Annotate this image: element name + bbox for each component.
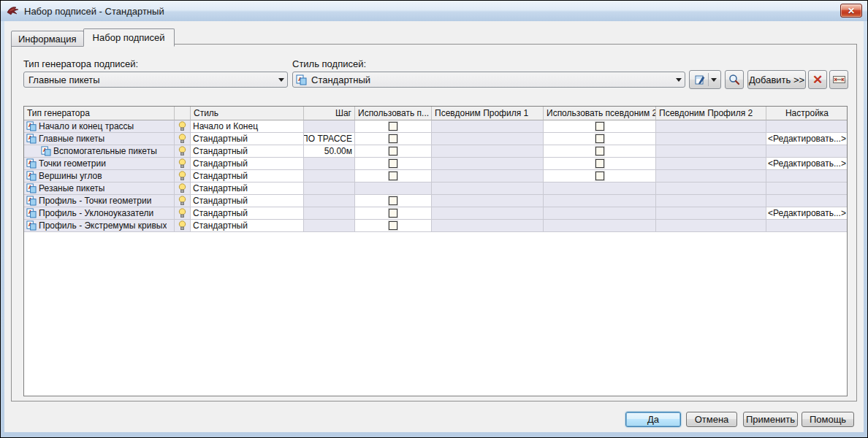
edit-style-split-button[interactable] [689, 70, 721, 89]
visibility-toggle-cell[interactable] [175, 220, 191, 232]
step-cell[interactable]: ПО ТРАССЕ [304, 133, 355, 145]
profile-alias1-cell [432, 120, 544, 133]
chevron-down-icon[interactable] [275, 72, 287, 87]
visibility-toggle-cell[interactable] [175, 170, 191, 182]
column-header[interactable]: Псевдоним Профиля 1 [432, 107, 544, 120]
use-label-cell[interactable] [355, 170, 432, 182]
column-header[interactable]: Тип генератора [24, 107, 175, 120]
add-button[interactable]: Добавить >> [747, 70, 806, 89]
generator-type-cell[interactable]: AВершины углов [24, 170, 175, 182]
style-cell[interactable]: Стандартный [191, 220, 304, 232]
use-alias2-checkbox[interactable] [595, 134, 604, 143]
delete-button[interactable]: ✕ [808, 70, 827, 89]
generator-type-combobox[interactable]: Главные пикеты [23, 72, 288, 88]
visibility-toggle-cell[interactable] [175, 195, 191, 207]
use-label-cell[interactable] [355, 120, 432, 133]
style-cell[interactable]: Стандартный [191, 195, 304, 207]
style-cell[interactable]: Стандартный [191, 133, 304, 145]
generator-type-cell[interactable]: AВспомогательные пикеты [24, 145, 175, 158]
use-alias2-cell[interactable] [544, 170, 656, 182]
tab-label-set[interactable]: Набор подписей [83, 28, 175, 47]
profile-alias1-cell [432, 207, 544, 220]
settings-cell[interactable]: <Редактировать...> [766, 207, 848, 220]
cancel-button[interactable]: Отмена [686, 412, 737, 427]
style-cell[interactable]: Стандартный [191, 145, 304, 158]
use-label-checkbox[interactable] [389, 209, 397, 218]
use-label-cell[interactable] [355, 207, 432, 220]
title-bar[interactable]: Набор подписей - Стандартный ✕ [1, 1, 867, 21]
use-label-checkbox[interactable] [389, 159, 397, 168]
edit-settings-link[interactable]: <Редактировать...> [768, 208, 846, 218]
visibility-toggle-cell[interactable] [175, 133, 191, 145]
use-label-cell[interactable] [355, 133, 432, 145]
apply-button[interactable]: Применить [743, 412, 798, 427]
style-name: Стандартный [193, 146, 248, 156]
use-label-checkbox[interactable] [389, 122, 397, 131]
settings-cell[interactable]: <Редактировать...> [766, 158, 848, 170]
column-header[interactable]: Стиль [191, 107, 304, 120]
generator-type-cell[interactable]: AГлавные пикеты [24, 133, 175, 145]
label-type-icon: A [41, 146, 51, 156]
style-name: Стандартный [193, 171, 248, 181]
chevron-down-icon[interactable] [711, 78, 717, 82]
column-header[interactable]: Настройка [766, 107, 848, 120]
help-button[interactable]: Помощь [802, 412, 854, 427]
column-header[interactable]: Шаг [304, 107, 355, 120]
visibility-toggle-cell[interactable] [175, 145, 191, 158]
generator-type-cell[interactable]: AТочки геометрии [24, 158, 175, 170]
profile-alias2-cell [656, 133, 766, 145]
use-alias2-cell[interactable] [544, 120, 656, 133]
use-alias2-cell[interactable] [544, 145, 656, 158]
use-label-checkbox[interactable] [389, 172, 397, 180]
generator-type-cell[interactable]: AНачало и конец трассы [24, 120, 175, 133]
style-cell[interactable]: Стандартный [191, 170, 304, 182]
bulb-icon [178, 158, 186, 169]
use-alias2-checkbox[interactable] [595, 147, 604, 155]
chevron-down-icon[interactable] [672, 72, 685, 87]
label-style-combobox[interactable]: A Стандартный [292, 72, 685, 88]
preview-style-button[interactable] [725, 70, 744, 89]
generator-type-cell[interactable]: AПрофиль - Точки геометрии [24, 195, 175, 207]
visibility-toggle-cell[interactable] [175, 158, 191, 170]
style-cell[interactable]: Стандартный [191, 182, 304, 195]
use-label-cell[interactable] [355, 195, 432, 207]
use-label-checkbox[interactable] [389, 147, 397, 155]
use-alias2-checkbox[interactable] [595, 159, 604, 168]
tab-information[interactable]: Информация [11, 31, 84, 47]
use-alias2-cell[interactable] [544, 158, 656, 170]
use-label-cell[interactable] [355, 158, 432, 170]
style-cell[interactable]: Стандартный [191, 158, 304, 170]
label-type-icon: A [26, 220, 37, 231]
table-row: AПрофиль - УклоноуказателиСтандартный<Ре… [24, 207, 847, 220]
edit-settings-link[interactable]: <Редактировать...> [768, 134, 846, 144]
use-alias2-checkbox[interactable] [595, 172, 604, 180]
visibility-toggle-cell[interactable] [175, 182, 191, 195]
pick-labels-icon [833, 74, 845, 85]
use-label-cell[interactable] [355, 145, 432, 158]
generator-type-cell[interactable]: AРезаные пикеты [24, 182, 175, 195]
use-label-checkbox[interactable] [389, 134, 397, 143]
style-cell[interactable]: Начало и Конец [191, 120, 304, 133]
column-header[interactable]: Использовать псевдоним 2 [544, 107, 656, 120]
column-header[interactable] [175, 107, 191, 120]
settings-cell [766, 120, 848, 133]
column-header[interactable]: Псевдоним Профиля 2 [656, 107, 766, 120]
style-cell[interactable]: Стандартный [191, 207, 304, 220]
column-header[interactable]: Использовать п... [355, 107, 432, 120]
visibility-toggle-cell[interactable] [175, 207, 191, 220]
bulb-icon [178, 171, 186, 181]
generator-type-cell[interactable]: AПрофиль - Уклоноуказатели [24, 207, 175, 220]
use-label-checkbox[interactable] [389, 196, 397, 205]
use-label-checkbox[interactable] [389, 221, 397, 230]
pick-labels-button[interactable] [829, 70, 848, 89]
use-alias2-cell[interactable] [544, 133, 656, 145]
use-label-cell[interactable] [355, 220, 432, 232]
step-cell[interactable]: 50.00м [304, 145, 355, 158]
use-alias2-checkbox[interactable] [595, 122, 604, 131]
visibility-toggle-cell[interactable] [175, 120, 191, 133]
ok-button[interactable]: Да [625, 412, 681, 427]
edit-settings-link[interactable]: <Редактировать...> [768, 158, 846, 169]
settings-cell[interactable]: <Редактировать...> [766, 133, 848, 145]
generator-type-cell[interactable]: AПрофиль - Экстремумы кривых [24, 220, 175, 232]
close-button[interactable]: ✕ [840, 4, 862, 18]
